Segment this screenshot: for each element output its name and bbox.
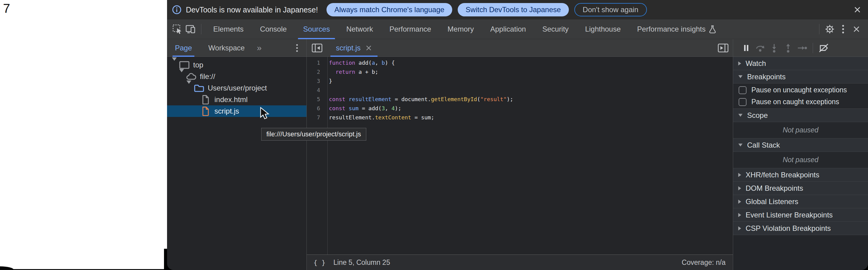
hide-debugger-icon[interactable] [718,43,728,53]
tab-performance[interactable]: Performance [381,20,439,39]
section-label: XHR/fetch Breakpoints [746,171,819,179]
section-global-listeners[interactable]: Global Listeners [733,195,868,208]
line-number[interactable]: 5 [307,96,324,102]
section-scope[interactable]: Scope [733,109,868,122]
tab-console[interactable]: Console [252,20,295,39]
switch-to-japanese-button[interactable]: Switch DevTools to Japanese [458,3,569,17]
code-token: , [385,105,392,112]
tree-item-label: file:// [200,72,215,81]
toolbar-divider [813,43,813,53]
code-token: 4 [392,105,395,112]
tab-security[interactable]: Security [534,20,577,39]
call-stack-not-paused: Not paused [733,152,868,168]
expand-arrow-icon[interactable] [172,61,177,69]
code-token: getElementById [431,96,477,102]
collapsed-arrow-icon [738,173,741,177]
section-breakpoints[interactable]: Breakpoints [733,70,868,84]
section-label: Breakpoints [747,72,786,81]
expand-arrow-icon[interactable] [186,84,191,92]
section-csp-violation-breakpoints[interactable]: CSP Violation Breakpoints [733,222,868,235]
code-editor[interactable]: 1 function add(a, b) { 2 return a + b; 3… [307,57,733,254]
tree-item-script-js[interactable]: script.js [167,106,306,117]
notification-close-icon[interactable] [854,6,861,14]
tab-memory[interactable]: Memory [439,20,482,39]
tab-workspace[interactable]: Workspace [205,39,248,57]
code-token: "result" [480,96,507,102]
line-number[interactable]: 1 [307,60,324,66]
line-number[interactable]: 4 [307,87,324,93]
checkbox-icon[interactable] [739,98,746,106]
debugger-toolbar [733,39,868,57]
devtools-window: DevTools is now available in Japanese! A… [167,0,868,270]
line-number[interactable]: 6 [307,105,324,112]
devtools-close-icon[interactable] [850,23,863,36]
line-number[interactable]: 2 [307,69,324,75]
code-token: textContent [375,114,411,121]
code-text: const sum = add(3, 4); [324,105,401,112]
pause-caught-row[interactable]: Pause on caught exceptions [733,96,868,108]
navigator-menu-icon[interactable] [296,43,299,53]
expanded-arrow-icon [738,75,743,78]
tab-page[interactable]: Page [172,39,195,57]
close-tab-icon[interactable] [365,44,372,51]
tab-lighthouse[interactable]: Lighthouse [577,20,629,39]
gear-icon[interactable] [823,23,836,36]
file-path-tooltip: file:///Users/user/project/script.js [261,128,366,141]
tree-item-index-html[interactable]: index.html [167,94,306,106]
code-token: add( [359,60,372,66]
editor-tab-script-js[interactable]: script.js [331,39,377,57]
section-label: Call Stack [747,141,780,149]
tree-item-top[interactable]: top [167,59,306,71]
code-line: 7 resultElement.textContent = sum; [307,113,733,122]
expand-arrow-icon[interactable] [179,72,184,81]
tab-label: Sources [303,25,330,33]
tab-elements[interactable]: Elements [205,20,252,39]
main-tab-bar: Elements Console Sources Network Perform… [167,20,868,39]
sources-panel: Page Workspace » top [167,39,868,270]
section-watch[interactable]: Watch [733,57,868,70]
code-line: 3 } [307,76,733,85]
section-event-listener-breakpoints[interactable]: Event Listener Breakpoints [733,208,868,222]
file-icon [202,95,210,104]
collapsed-arrow-icon [738,213,741,217]
experiment-flask-icon [709,25,716,33]
more-tabs-icon[interactable]: » [257,43,262,53]
scope-not-paused: Not paused [733,122,868,139]
step-into-icon[interactable] [767,41,781,55]
tab-network[interactable]: Network [338,20,381,39]
breakpoints-body: Pause on uncaught exceptions Pause on ca… [733,84,868,109]
code-token: a + b; [359,69,378,75]
pause-uncaught-row[interactable]: Pause on uncaught exceptions [733,84,868,96]
step-out-icon[interactable] [781,41,795,55]
kebab-menu-icon[interactable] [836,23,850,36]
section-dom-breakpoints[interactable]: DOM Breakpoints [733,182,868,195]
inspect-element-icon[interactable] [171,23,184,36]
line-number[interactable]: 7 [307,114,324,121]
tab-application[interactable]: Application [482,20,534,39]
code-line: 1 function add(a, b) { [307,58,733,67]
code-token: a [372,60,375,66]
tree-item-project-folder[interactable]: Users/user/project [167,82,306,94]
collapsed-arrow-icon [738,61,741,66]
step-icon[interactable] [795,41,809,55]
tab-label: Network [346,25,373,33]
tab-sources[interactable]: Sources [295,20,338,39]
notification-message: DevTools is now available in Japanese! [186,5,318,14]
tab-performance-insights[interactable]: Performance insights [629,20,725,39]
dont-show-again-button[interactable]: Don't show again [574,3,647,17]
pause-icon[interactable] [739,41,753,55]
deactivate-breakpoints-icon[interactable] [817,41,831,55]
file-icon [202,106,210,116]
section-xhr-breakpoints[interactable]: XHR/fetch Breakpoints [733,168,868,182]
hide-navigator-icon[interactable] [312,43,322,53]
pretty-print-icon[interactable]: { } [313,259,326,266]
section-call-stack[interactable]: Call Stack [733,139,868,152]
always-match-language-button[interactable]: Always match Chrome's language [327,3,452,17]
cloud-icon [186,72,197,81]
line-number[interactable]: 3 [307,78,324,84]
step-over-icon[interactable] [753,41,767,55]
device-toolbar-icon[interactable] [184,23,197,36]
code-text: } [324,78,332,84]
checkbox-icon[interactable] [739,86,746,94]
code-token: function [329,60,359,66]
